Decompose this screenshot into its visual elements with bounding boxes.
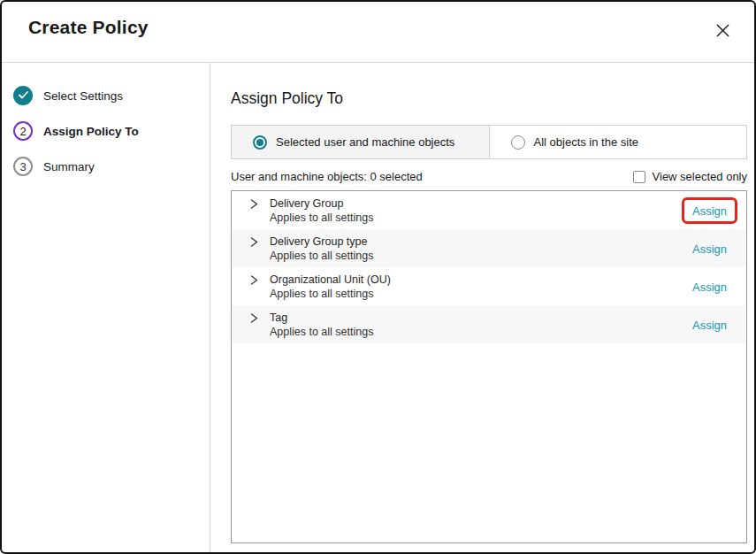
annotation-red-box: Assign [682, 197, 737, 224]
close-icon [715, 23, 730, 41]
dialog-header: Create Policy [2, 2, 754, 63]
row-title: Organizational Unit (OU) [270, 273, 682, 286]
wizard-stepper: Select Settings 2 Assign Policy To 3 Sum… [2, 63, 210, 552]
action-wrap: Assign [682, 312, 737, 338]
segment-selected-objects[interactable]: Selected user and machine objects [232, 126, 490, 158]
segment-label: Selected user and machine objects [276, 135, 454, 149]
check-icon [18, 89, 29, 103]
chevron-right-icon[interactable] [232, 236, 270, 248]
step-number-circle: 3 [13, 157, 33, 176]
row-subtitle: Applies to all settings [270, 250, 682, 262]
row-subtitle: Applies to all settings [270, 326, 682, 338]
segment-all-objects[interactable]: All objects in the site [490, 126, 747, 158]
step-label: Summary [43, 160, 95, 173]
chevron-right-icon[interactable] [232, 198, 270, 210]
step-label: Select Settings [43, 89, 123, 103]
row-text: Delivery Group Applies to all settings [270, 197, 682, 224]
step-summary[interactable]: 3 Summary [2, 149, 210, 184]
assign-link[interactable]: Assign [692, 242, 727, 256]
radio-selected-icon [253, 135, 267, 150]
list-row-delivery-group: Delivery Group Applies to all settings A… [232, 191, 746, 229]
create-policy-dialog: Create Policy Select [0, 0, 756, 554]
assign-link[interactable]: Assign [692, 281, 727, 294]
page-title: Create Policy [28, 17, 149, 38]
action-wrap: Assign [682, 235, 737, 262]
row-subtitle: Applies to all settings [270, 288, 682, 300]
list-meta-row: User and machine objects: 0 selected Vie… [231, 170, 747, 183]
assign-policy-panel: Assign Policy To Selected user and machi… [210, 63, 754, 552]
view-selected-only-toggle[interactable]: View selected only [633, 170, 747, 183]
row-subtitle: Applies to all settings [270, 212, 682, 224]
view-selected-only-label: View selected only [653, 170, 747, 183]
step-select-settings[interactable]: Select Settings [2, 78, 210, 113]
selection-summary: User and machine objects: 0 selected [231, 170, 423, 183]
action-wrap: Assign [682, 273, 737, 300]
step-assign-policy-to[interactable]: 2 Assign Policy To [2, 113, 210, 149]
checkbox-icon[interactable] [633, 171, 645, 183]
dialog-body: Select Settings 2 Assign Policy To 3 Sum… [2, 63, 754, 552]
row-text: Tag Applies to all settings [270, 312, 682, 338]
segment-label: All objects in the site [534, 135, 639, 149]
assign-link[interactable]: Assign [692, 319, 727, 332]
list-row-organizational-unit: Organizational Unit (OU) Applies to all … [232, 267, 746, 305]
object-scope-toggle: Selected user and machine objects All ob… [231, 125, 747, 159]
row-title: Delivery Group type [270, 235, 682, 248]
step-label: Assign Policy To [43, 125, 139, 138]
step-number-circle: 2 [13, 121, 33, 141]
panel-heading: Assign Policy To [231, 89, 747, 108]
close-button[interactable] [710, 19, 735, 44]
list-row-tag: Tag Applies to all settings Assign [232, 305, 746, 343]
list-row-delivery-group-type: Delivery Group type Applies to all setti… [232, 229, 746, 267]
row-text: Delivery Group type Applies to all setti… [270, 235, 682, 262]
chevron-right-icon[interactable] [232, 274, 270, 286]
assign-link[interactable]: Assign [692, 204, 727, 218]
row-text: Organizational Unit (OU) Applies to all … [270, 273, 682, 300]
row-title: Delivery Group [270, 197, 682, 210]
step-completed-circle [13, 86, 33, 105]
row-title: Tag [270, 312, 682, 324]
object-category-list: Delivery Group Applies to all settings A… [231, 190, 747, 543]
radio-unselected-icon [511, 135, 525, 150]
chevron-right-icon[interactable] [232, 312, 270, 324]
